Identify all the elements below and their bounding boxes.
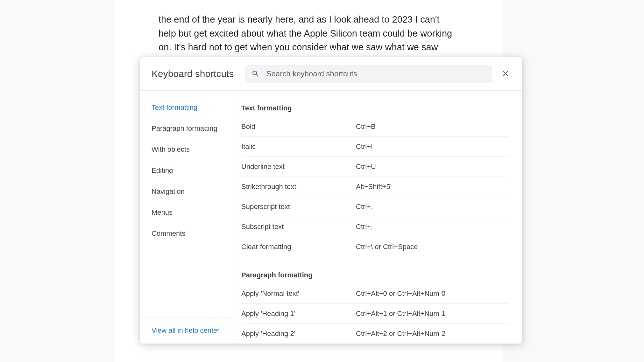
sidebar: Text formattingParagraph formattingWith … xyxy=(140,91,232,344)
section-gap xyxy=(241,257,509,267)
shortcut-row: Apply 'Heading 2'Ctrl+Alt+2 or Ctrl+Alt+… xyxy=(241,324,509,344)
shortcut-key: Ctrl+Alt+1 or Ctrl+Alt+Num-1 xyxy=(356,310,509,318)
shortcuts-content[interactable]: Text formattingBoldCtrl+BItalicCtrl+IUnd… xyxy=(232,91,522,344)
sidebar-item-text-formatting[interactable]: Text formatting xyxy=(140,97,232,118)
search-box[interactable] xyxy=(245,65,492,83)
section-title: Paragraph formatting xyxy=(241,267,509,284)
dialog-body: Text formattingParagraph formattingWith … xyxy=(140,91,522,344)
shortcut-key: Ctrl+Alt+0 or Ctrl+Alt+Num-0 xyxy=(356,289,509,298)
sidebar-items: Text formattingParagraph formattingWith … xyxy=(140,97,232,317)
keyboard-shortcuts-dialog: Keyboard shortcuts Text formattingParagr… xyxy=(140,57,522,344)
sidebar-item-menus[interactable]: Menus xyxy=(140,202,232,223)
shortcut-action: Subscript text xyxy=(241,223,356,231)
close-button[interactable] xyxy=(498,66,513,82)
shortcut-action: Apply 'Normal text' xyxy=(241,289,356,298)
shortcut-row: Strikethrough textAlt+Shift+5 xyxy=(241,177,509,197)
shortcut-action: Underline text xyxy=(241,163,356,171)
sidebar-item-with-objects[interactable]: With objects xyxy=(140,139,232,160)
shortcut-row: Superscript textCtrl+. xyxy=(241,197,509,217)
shortcut-action: Apply 'Heading 1' xyxy=(241,310,356,318)
search-input[interactable] xyxy=(266,69,486,78)
search-icon xyxy=(251,70,260,78)
shortcut-action: Strikethrough text xyxy=(241,183,356,191)
shortcut-key: Ctrl+I xyxy=(356,143,509,151)
shortcut-row: Clear formattingCtrl+\ or Ctrl+Space xyxy=(241,237,509,257)
sidebar-item-navigation[interactable]: Navigation xyxy=(140,181,232,202)
shortcut-action: Italic xyxy=(241,143,356,151)
shortcut-key: Alt+Shift+5 xyxy=(356,183,509,191)
shortcut-key: Ctrl+U xyxy=(356,163,509,171)
sidebar-item-editing[interactable]: Editing xyxy=(140,160,232,181)
sidebar-item-comments[interactable]: Comments xyxy=(140,223,232,244)
shortcut-action: Clear formatting xyxy=(241,243,356,251)
shortcut-row: Subscript textCtrl+, xyxy=(241,217,509,237)
shortcut-key: Ctrl+B xyxy=(356,122,509,131)
shortcut-row: Apply 'Normal text'Ctrl+Alt+0 or Ctrl+Al… xyxy=(241,284,509,304)
dialog-header: Keyboard shortcuts xyxy=(140,57,522,91)
shortcut-row: ItalicCtrl+I xyxy=(241,137,509,157)
shortcut-key: Ctrl+. xyxy=(356,203,509,211)
shortcut-row: Underline textCtrl+U xyxy=(241,157,509,177)
section-title: Text formatting xyxy=(241,100,509,117)
shortcut-key: Ctrl+, xyxy=(356,223,509,231)
sidebar-footer: View all in help center xyxy=(140,317,232,344)
shortcut-row: Apply 'Heading 1'Ctrl+Alt+1 or Ctrl+Alt+… xyxy=(241,304,509,324)
shortcut-row: BoldCtrl+B xyxy=(241,117,509,137)
shortcut-action: Apply 'Heading 2' xyxy=(241,330,356,338)
help-center-link[interactable]: View all in help center xyxy=(152,326,220,334)
shortcut-key: Ctrl+Alt+2 or Ctrl+Alt+Num-2 xyxy=(356,330,509,338)
sidebar-item-paragraph-formatting[interactable]: Paragraph formatting xyxy=(140,118,232,139)
shortcut-action: Superscript text xyxy=(241,203,356,211)
shortcut-key: Ctrl+\ or Ctrl+Space xyxy=(356,243,509,251)
shortcut-action: Bold xyxy=(241,122,356,131)
dialog-title: Keyboard shortcuts xyxy=(152,68,234,79)
close-icon xyxy=(501,69,510,79)
